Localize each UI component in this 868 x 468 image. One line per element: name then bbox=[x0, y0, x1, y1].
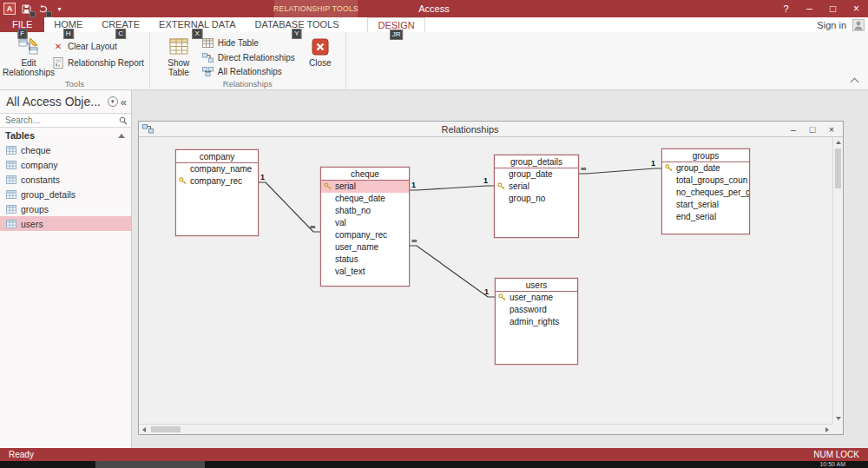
field-user_name[interactable]: user_name bbox=[496, 292, 577, 304]
shutter-bar-close-icon[interactable]: « bbox=[121, 96, 127, 109]
collapse-ribbon-icon[interactable] bbox=[851, 78, 859, 87]
show-table-label-line1: Show bbox=[168, 59, 189, 69]
field-group_date[interactable]: group_date bbox=[495, 168, 578, 181]
field-cheque_date[interactable]: cheque_date bbox=[321, 193, 409, 205]
vertical-scroll-thumb[interactable] bbox=[835, 148, 841, 188]
field-company_rec[interactable]: company_rec bbox=[176, 175, 258, 188]
doc-maximize-button[interactable]: □ bbox=[803, 124, 822, 135]
field-start_serial[interactable]: start_serial bbox=[662, 199, 749, 211]
field-admin_rights[interactable]: admin_rights bbox=[496, 316, 577, 328]
relationship-report-label: Relationship Report bbox=[68, 58, 144, 68]
diagram-table-users[interactable]: usersuser_namepasswordadmin_rights bbox=[495, 278, 578, 365]
relation-group_details-groups[interactable] bbox=[579, 168, 661, 174]
nav-item-constants[interactable]: constants bbox=[0, 172, 131, 187]
nav-item-users[interactable]: users bbox=[0, 216, 131, 231]
clear-layout-button[interactable]: ✕ Clear Layout bbox=[52, 40, 144, 53]
keytip-badge: F bbox=[17, 29, 27, 39]
close-ribbon-button[interactable]: Close bbox=[300, 35, 340, 78]
nav-section-tables[interactable]: Tables bbox=[0, 128, 131, 142]
nav-item-cheque[interactable]: cheque bbox=[0, 142, 131, 157]
relation-cheque-users[interactable] bbox=[410, 246, 495, 297]
show-table-button[interactable]: Show Table bbox=[155, 35, 202, 78]
field-end_serial[interactable]: end_serial bbox=[662, 211, 749, 223]
hide-table-button[interactable]: Hide Table bbox=[202, 36, 295, 49]
field-password[interactable]: password bbox=[496, 304, 577, 316]
hide-table-icon bbox=[202, 38, 214, 48]
save-icon[interactable] bbox=[21, 3, 32, 15]
field-total_groups_coun[interactable]: total_groups_coun bbox=[662, 175, 749, 187]
scroll-left-icon[interactable] bbox=[139, 425, 149, 434]
field-serial[interactable]: serial bbox=[495, 181, 578, 193]
table-icon bbox=[6, 161, 16, 169]
diagram-table-fields: group_datetotal_groups_counno_cheques_pe… bbox=[662, 162, 749, 223]
tab-external-data[interactable]: EXTERNAL DATAX bbox=[149, 17, 245, 32]
group-label-tools: Tools bbox=[0, 79, 149, 89]
nav-pane-header[interactable]: All Access Obje... ▾ « bbox=[0, 90, 131, 113]
diagram-table-groups[interactable]: groupsgroup_datetotal_groups_counno_cheq… bbox=[661, 148, 750, 234]
titlebar: A ▾ RELATIONSHIP TOOLS Access ? – □ × bbox=[0, 0, 868, 17]
nav-item-label: groups bbox=[21, 204, 49, 214]
nav-item-groups[interactable]: groups bbox=[0, 201, 131, 216]
sign-in-link[interactable]: Sign in bbox=[817, 20, 846, 30]
relationship-report-button[interactable]: Relationship Report bbox=[52, 56, 144, 69]
diagram-table-fields: group_dateserialgroup_no bbox=[495, 168, 578, 205]
tab-home[interactable]: HOMEH bbox=[44, 17, 92, 32]
relationships-canvas[interactable]: 1∞11∞1∞1 companycompany_namecompany_recc… bbox=[139, 137, 843, 434]
scroll-down-icon[interactable] bbox=[833, 413, 843, 424]
relation-cheque-group_details[interactable] bbox=[410, 186, 494, 190]
tab-create[interactable]: CREATEC bbox=[92, 17, 149, 32]
field-group_no[interactable]: group_no bbox=[495, 193, 578, 205]
qat-customize-icon[interactable]: ▾ bbox=[54, 3, 65, 15]
close-button[interactable]: × bbox=[845, 0, 868, 17]
tab-database-tools[interactable]: DATABASE TOOLSY bbox=[245, 17, 348, 32]
field-group_date[interactable]: group_date bbox=[662, 162, 749, 175]
taskbar-app-segment[interactable] bbox=[95, 461, 205, 468]
relationships-window-titlebar[interactable]: Relationships – □ × bbox=[139, 122, 843, 137]
field-val[interactable]: val bbox=[321, 217, 409, 229]
primary-key-icon bbox=[498, 293, 506, 301]
taskbar-strip: 10:50 AM bbox=[0, 461, 868, 468]
undo-icon[interactable] bbox=[37, 3, 49, 15]
cardinality-label: 1 bbox=[260, 173, 265, 181]
all-relationships-button[interactable]: All Relationships bbox=[202, 65, 295, 78]
field-shatb_no[interactable]: shatb_no bbox=[321, 205, 409, 217]
doc-minimize-button[interactable]: – bbox=[784, 124, 803, 135]
tab-design[interactable]: DESIGNJR bbox=[367, 17, 424, 32]
nav-search-box[interactable] bbox=[0, 113, 131, 128]
search-input[interactable] bbox=[5, 115, 119, 125]
table-icon bbox=[6, 146, 16, 155]
diagram-table-group_details[interactable]: group_detailsgroup_dateserialgroup_no bbox=[494, 155, 579, 238]
field-serial[interactable]: serial bbox=[321, 181, 409, 193]
cardinality-label: 1 bbox=[483, 176, 488, 185]
diagram-table-company[interactable]: companycompany_namecompany_rec bbox=[175, 149, 259, 236]
nav-item-company[interactable]: company bbox=[0, 157, 131, 172]
restore-button[interactable]: □ bbox=[821, 0, 845, 17]
field-status[interactable]: status bbox=[321, 254, 409, 266]
horizontal-scrollbar[interactable] bbox=[139, 424, 832, 434]
doc-close-button[interactable]: × bbox=[822, 124, 841, 135]
help-button[interactable]: ? bbox=[774, 0, 798, 17]
direct-relationships-icon bbox=[202, 53, 214, 63]
edit-relationships-button[interactable]: Edit Relationships bbox=[5, 35, 52, 78]
field-name: admin_rights bbox=[510, 317, 559, 326]
field-no_cheques_per_g[interactable]: no_cheques_per_g bbox=[662, 187, 749, 199]
section-collapse-icon[interactable] bbox=[118, 134, 125, 138]
user-avatar-icon[interactable] bbox=[852, 18, 865, 31]
document-title: Relationships bbox=[156, 124, 784, 135]
nav-item-group_details[interactable]: group_details bbox=[0, 187, 131, 201]
scroll-right-icon[interactable] bbox=[822, 425, 832, 434]
diagram-table-cheque[interactable]: chequeserialcheque_dateshatb_novalcompan… bbox=[320, 167, 410, 287]
minimize-button[interactable]: – bbox=[798, 0, 821, 17]
field-val_text[interactable]: val_text bbox=[321, 266, 409, 278]
tab-file[interactable]: FILEF bbox=[0, 17, 44, 32]
nav-menu-dropdown-icon[interactable]: ▾ bbox=[108, 96, 118, 107]
search-icon[interactable] bbox=[119, 113, 128, 129]
vertical-scrollbar[interactable] bbox=[832, 137, 843, 424]
field-name: group_no bbox=[509, 194, 545, 203]
field-company_rec[interactable]: company_rec bbox=[321, 229, 409, 241]
field-user_name[interactable]: user_name bbox=[321, 241, 409, 254]
scroll-up-icon[interactable] bbox=[833, 137, 843, 148]
horizontal-scroll-thumb[interactable] bbox=[151, 426, 181, 432]
direct-relationships-button[interactable]: Direct Relationships bbox=[202, 51, 295, 64]
field-company_name[interactable]: company_name bbox=[176, 163, 258, 175]
